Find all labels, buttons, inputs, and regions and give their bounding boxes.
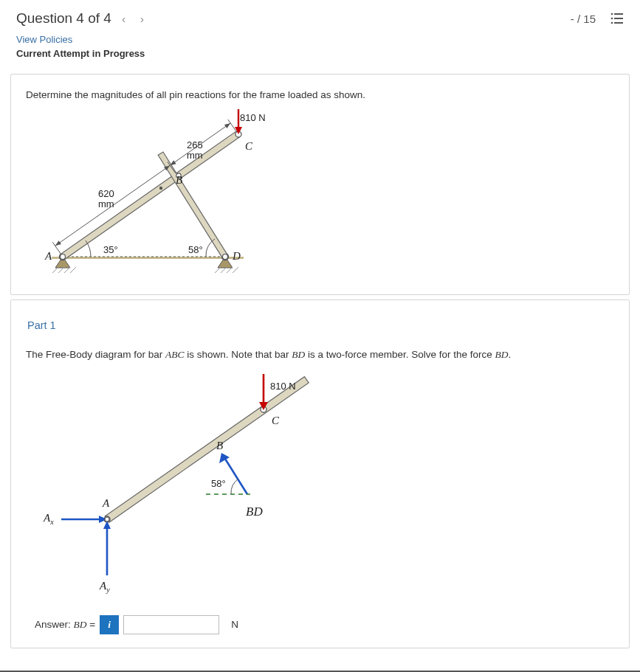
header-right-group: - / 15 — [571, 13, 624, 25]
svg-point-0 — [611, 13, 613, 15]
svg-line-14 — [70, 267, 76, 273]
answer-row: Answer: BD = i N — [11, 606, 629, 648]
frame-diagram: 810 N 265 mm 620 mm 35° 58° A B C D — [18, 109, 622, 283]
fbd-Ax: Ax — [44, 512, 54, 526]
svg-line-18 — [233, 267, 238, 273]
answer-input[interactable] — [123, 615, 219, 634]
fbd-svg — [33, 372, 328, 600]
part1-heading: Part 1 — [11, 300, 629, 347]
view-policies-link[interactable]: View Policies — [0, 31, 640, 46]
part1-instruction: The Free-Body diagram for bar ABC is sho… — [11, 347, 629, 369]
pt-B: B — [176, 174, 182, 187]
part1-card: Part 1 The Free-Body diagram for bar ABC… — [10, 299, 630, 648]
question-title: Question 4 of 4 — [16, 10, 111, 27]
svg-rect-38 — [105, 376, 309, 522]
instr-end: . — [509, 349, 512, 360]
svg-point-24 — [159, 187, 162, 190]
instr-bd2: BD — [495, 349, 509, 360]
fbd-BD: BD — [246, 505, 263, 519]
fbd-Ay: Ay — [100, 580, 110, 594]
svg-point-4 — [611, 22, 613, 24]
fbd-diagram: 810 N C B 58° BD A Ax Ay — [33, 372, 622, 600]
attempt-status: Current Attempt in Progress — [0, 46, 640, 69]
dim-ab-unit: mm — [98, 198, 114, 209]
pt-D: D — [233, 250, 241, 263]
answer-info-button[interactable]: i — [100, 615, 119, 634]
fbd-Ay-sym: A — [100, 580, 106, 592]
instr-pre: The Free-Body diagram for bar — [26, 349, 165, 360]
assessment-page: Question 4 of 4 ‹ › - / 15 View Policies… — [0, 0, 640, 672]
fbd-angle: 58° — [211, 478, 226, 489]
header-left-group: Question 4 of 4 ‹ › — [16, 10, 144, 27]
answer-pre: Answer: — [35, 619, 74, 630]
pt-A: A — [45, 250, 52, 263]
fbd-pt-A: A — [103, 497, 109, 510]
svg-marker-36 — [224, 121, 232, 128]
answer-eq: = — [87, 619, 96, 630]
answer-label: Answer: BD = — [35, 619, 95, 631]
prev-question-arrow[interactable]: ‹ — [122, 13, 125, 25]
answer-var: BD — [74, 619, 87, 630]
problem-statement: Determine the magnitudes of all pin reac… — [11, 75, 629, 109]
question-list-icon[interactable] — [610, 13, 624, 24]
instr-bd: BD — [292, 349, 305, 360]
dim-ab: 620 mm — [98, 189, 114, 209]
svg-rect-1 — [614, 13, 623, 15]
instr-abc: ABC — [165, 349, 185, 360]
question-header: Question 4 of 4 ‹ › - / 15 — [0, 0, 640, 31]
instr-mid: is shown. Note that bar — [185, 349, 292, 360]
next-question-arrow[interactable]: › — [140, 13, 144, 25]
instr-mid2: is a two-force member. Solve for the for… — [305, 349, 495, 360]
fbd-Ay-sub: y — [106, 585, 109, 593]
svg-point-22 — [61, 254, 66, 259]
angle-d: 58° — [188, 244, 203, 255]
fbd-pt-B: B — [216, 440, 223, 452]
dim-bc: 265 mm — [187, 140, 203, 160]
load-label: 810 N — [240, 112, 266, 123]
svg-rect-3 — [614, 18, 623, 19]
fbd-Ax-sym: A — [44, 512, 50, 524]
fbd-pt-C: C — [272, 415, 279, 427]
svg-point-2 — [611, 18, 613, 20]
angle-a: 35° — [103, 244, 118, 255]
question-nav: ‹ › — [122, 13, 144, 25]
fbd-Ax-sub: x — [50, 517, 53, 525]
svg-line-43 — [225, 459, 247, 494]
fbd-load-label: 810 N — [270, 381, 296, 392]
dim-bc-unit: mm — [187, 150, 203, 161]
svg-rect-5 — [614, 22, 623, 24]
answer-unit: N — [231, 619, 238, 630]
svg-point-25 — [223, 254, 228, 259]
svg-marker-30 — [54, 240, 61, 248]
svg-line-37 — [228, 119, 236, 131]
problem-card: Determine the magnitudes of all pin reac… — [10, 74, 630, 295]
score-display: - / 15 — [571, 13, 596, 25]
pt-C: C — [245, 140, 252, 153]
svg-point-50 — [105, 517, 109, 522]
